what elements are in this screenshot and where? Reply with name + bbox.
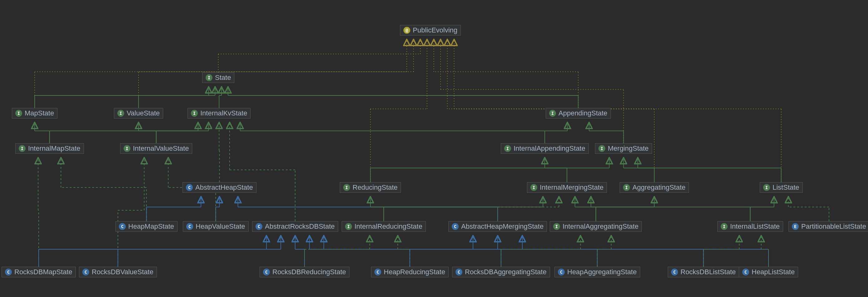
node-abstractRocksDBState[interactable]: CAbstractRocksDBState — [252, 221, 338, 232]
node-label: RocksDBValueState — [92, 268, 154, 276]
edge-rocksDBReducingState-abstractRocksDBState — [295, 235, 305, 267]
edge-heapMapState-internalMapState — [61, 158, 146, 221]
node-internalKvState[interactable]: IInternalKvState — [187, 108, 251, 119]
edge-rocksDBListState-internalListState — [704, 235, 740, 267]
edge-rocksDBReducingState-internalReducingState — [305, 235, 370, 267]
interface-icon: I — [623, 184, 630, 191]
edge-rocksDBMapState-abstractRocksDBState — [39, 235, 267, 267]
node-label: MergingState — [608, 144, 649, 153]
node-label: MapState — [25, 109, 54, 117]
node-internalListState[interactable]: IInternalListState — [717, 221, 783, 232]
node-rocksDBListState[interactable]: CRocksDBListState — [668, 267, 739, 277]
node-aggregatingState[interactable]: IAggregatingState — [620, 182, 689, 193]
node-partitionableListState[interactable]: EPartitionableListState — [788, 221, 868, 232]
class-icon: C — [119, 223, 126, 230]
node-internalReducingState[interactable]: IInternalReducingState — [342, 221, 426, 232]
node-label: InternalMergingState — [540, 184, 603, 192]
node-heapAggregatingState[interactable]: CHeapAggregatingState — [554, 267, 640, 277]
edge-internalReducingState-reducingState — [370, 197, 384, 221]
node-heapValueState[interactable]: CHeapValueState — [183, 221, 249, 232]
edge-rocksDBValueState-abstractRocksDBState — [118, 235, 281, 267]
class-icon: C — [186, 223, 193, 230]
edge-state-publicEvolving — [218, 39, 420, 72]
interface-icon: I — [345, 223, 352, 230]
interface-icon: I — [549, 110, 556, 117]
node-internalMergingState[interactable]: IInternalMergingState — [527, 182, 607, 193]
node-abstractHeapState[interactable]: CAbstractHeapState — [183, 182, 256, 193]
node-heapReducingState[interactable]: CHeapReducingState — [371, 267, 449, 277]
abstract-icon: C — [186, 184, 193, 191]
edge-listState-mergingState — [638, 158, 781, 182]
edge-internalMapState-mapState — [35, 122, 50, 143]
interface-icon: I — [553, 223, 560, 230]
node-label: HeapValueState — [196, 223, 245, 231]
interface-icon: I — [763, 184, 770, 191]
interface-icon: I — [504, 145, 511, 152]
node-rocksDBValueState[interactable]: CRocksDBValueState — [79, 267, 157, 277]
node-rocksDBMapState[interactable]: CRocksDBMapState — [2, 267, 76, 277]
edge-internalValueState-valueState — [138, 122, 156, 143]
edge-listState-publicEvolving — [454, 39, 781, 182]
edge-internalAppendingState-appendingState — [545, 122, 567, 143]
interface-icon: I — [530, 184, 537, 191]
edge-aggregatingState-mergingState — [623, 158, 654, 182]
node-internalValueState[interactable]: IInternalValueState — [120, 143, 192, 154]
node-appendingState[interactable]: IAppendingState — [546, 108, 611, 119]
edge-mergingState-appendingState — [589, 122, 623, 143]
interface-icon: I — [598, 145, 605, 152]
class-icon: C — [742, 269, 749, 275]
node-rocksDBReducingState[interactable]: CRocksDBReducingState — [259, 267, 349, 277]
edge-heapAggregatingState-abstractHeapMergingState — [498, 235, 597, 267]
class-icon: C — [82, 269, 89, 275]
node-label: HeapAggregatingState — [567, 268, 637, 276]
class-icon: C — [671, 269, 678, 275]
edge-heapListState-abstractHeapMergingState — [522, 235, 769, 267]
edge-heapListState-internalListState — [761, 235, 769, 267]
node-label: InternalAppendingState — [514, 144, 585, 153]
node-label: InternalValueState — [133, 144, 189, 153]
node-label: PublicEvolving — [413, 26, 457, 34]
node-listState[interactable]: IListState — [760, 182, 803, 193]
interface-icon: I — [191, 110, 198, 117]
node-label: RocksDBMapState — [14, 268, 72, 276]
node-label: State — [215, 74, 231, 82]
node-abstractHeapMergingState[interactable]: CAbstractHeapMergingState — [448, 221, 547, 232]
edge-appendingState-state — [228, 87, 579, 108]
edge-heapAggregatingState-internalAggregatingState — [597, 235, 611, 267]
edge-reducingState-mergingState — [370, 158, 609, 182]
node-label: InternalAggregatingState — [562, 223, 638, 231]
interface-icon: I — [206, 74, 213, 81]
interface-icon: I — [19, 145, 26, 152]
node-internalAppendingState[interactable]: IInternalAppendingState — [501, 143, 589, 154]
node-label: AbstractHeapState — [195, 184, 253, 192]
node-internalMapState[interactable]: IInternalMapState — [15, 143, 84, 154]
node-valueState[interactable]: IValueState — [114, 108, 163, 119]
node-label: InternalListState — [730, 223, 780, 231]
interface-icon: I — [124, 145, 130, 152]
node-label: PartitionableListState — [801, 223, 866, 231]
annotation-icon: @ — [403, 27, 410, 34]
edge-rocksDBListState-abstractRocksDBState — [324, 235, 704, 267]
node-mergingState[interactable]: IMergingState — [595, 143, 652, 154]
node-reducingState[interactable]: IReducingState — [340, 182, 401, 193]
edge-internalAggregatingState-aggregatingState — [596, 197, 654, 221]
node-label: AbstractRocksDBState — [265, 223, 335, 231]
node-label: ListState — [773, 184, 799, 192]
abstract-icon: C — [255, 223, 262, 230]
node-publicEvolving[interactable]: @PublicEvolving — [400, 25, 461, 36]
interface-icon: I — [343, 184, 350, 191]
node-heapMapState[interactable]: CHeapMapState — [116, 221, 178, 232]
node-state[interactable]: IState — [202, 72, 234, 83]
class-icon: C — [558, 269, 565, 275]
node-label: InternalKvState — [200, 109, 247, 117]
edge-reducingState-publicEvolving — [370, 39, 427, 182]
node-mapState[interactable]: IMapState — [12, 108, 57, 119]
class-icon: C — [263, 269, 270, 275]
node-rocksDBAggregatingState[interactable]: CRocksDBAggregatingState — [452, 267, 550, 277]
node-internalAggregatingState[interactable]: IInternalAggregatingState — [550, 221, 642, 232]
edge-abstractHeapState-internalKvState — [219, 122, 219, 182]
edge-heapReducingState-internalReducingState — [398, 235, 410, 267]
enum-icon: E — [792, 223, 799, 230]
node-label: HeapListState — [752, 268, 795, 276]
node-heapListState[interactable]: CHeapListState — [739, 267, 798, 277]
